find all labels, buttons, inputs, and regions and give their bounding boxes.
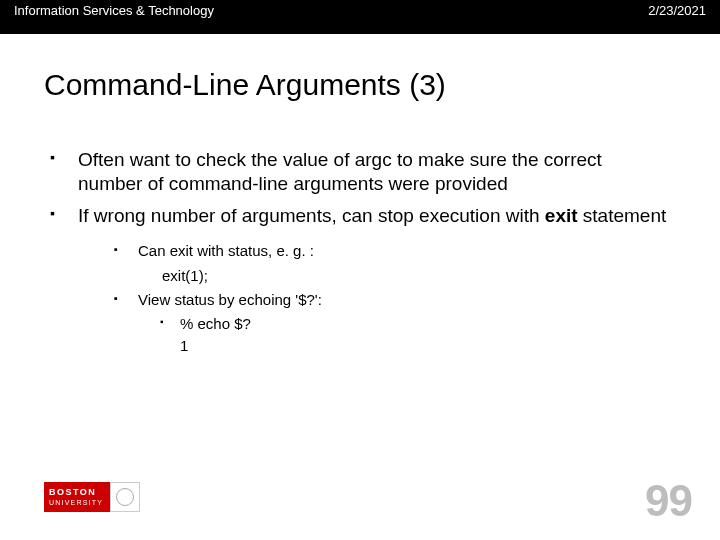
sub-bullet-2-nest: % echo $? 1 bbox=[114, 314, 670, 357]
logo-line1: BOSTON bbox=[49, 488, 110, 497]
boston-university-logo: BOSTON UNIVERSITY bbox=[44, 482, 142, 512]
header-bar: Information Services & Technology 2/23/2… bbox=[0, 0, 720, 34]
slide: Information Services & Technology 2/23/2… bbox=[0, 0, 720, 540]
sub-bullet-1: Can exit with status, e. g. : bbox=[114, 241, 670, 261]
slide-body: Often want to check the value of argc to… bbox=[0, 102, 720, 357]
logo-seal bbox=[110, 482, 140, 512]
page-number: 99 bbox=[645, 476, 692, 526]
sub-bullet-2: View status by echoing '$?': bbox=[114, 290, 670, 310]
bullet-1: Often want to check the value of argc to… bbox=[50, 148, 670, 196]
bullet-2-bold: exit bbox=[545, 205, 578, 226]
code-result: 1 bbox=[160, 336, 670, 356]
bullet-2: If wrong number of arguments, can stop e… bbox=[50, 204, 670, 357]
seal-icon bbox=[116, 488, 134, 506]
slide-title: Command-Line Arguments (3) bbox=[0, 34, 720, 102]
logo-red-block: BOSTON UNIVERSITY bbox=[44, 482, 110, 512]
bullet-2-post: statement bbox=[578, 205, 667, 226]
bullet-2-pre: If wrong number of arguments, can stop e… bbox=[78, 205, 545, 226]
code-exit: exit(1); bbox=[138, 267, 208, 284]
header-date: 2/23/2021 bbox=[648, 3, 706, 18]
logo-line2: UNIVERSITY bbox=[49, 499, 110, 506]
sub-bullet-1-code: exit(1); bbox=[114, 266, 670, 286]
header-left: Information Services & Technology bbox=[14, 3, 214, 18]
code-echo: % echo $? bbox=[160, 314, 670, 334]
